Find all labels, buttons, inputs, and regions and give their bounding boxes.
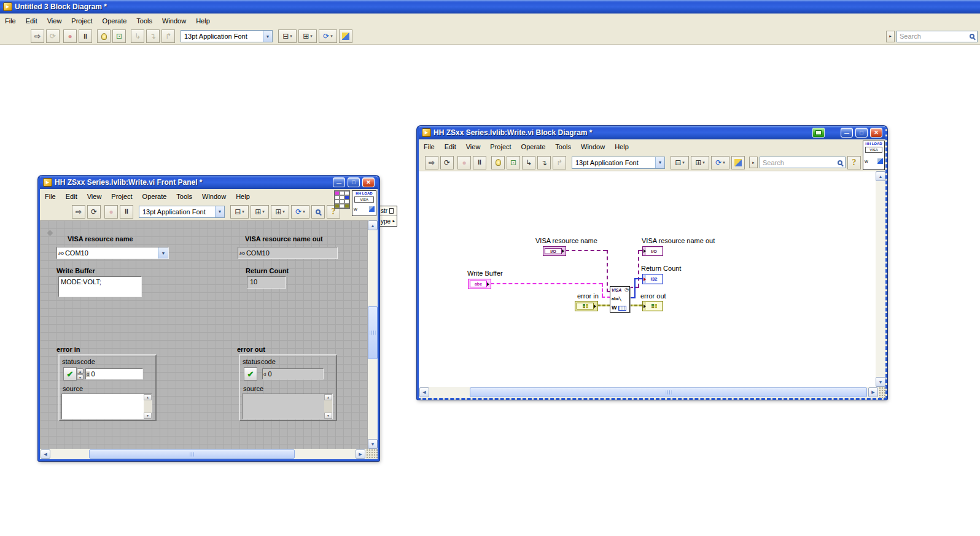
menu-project[interactable]: Project <box>106 191 137 202</box>
menu-help[interactable]: Help <box>191 15 215 26</box>
menu-window[interactable]: Window <box>197 191 231 202</box>
scroll-up-icon[interactable]: ▲ <box>324 394 332 400</box>
numeric-wire[interactable] <box>634 278 643 279</box>
minimize-button[interactable]: — <box>841 128 853 138</box>
vi-icon[interactable]: HH LOAD VISA w <box>863 141 885 170</box>
visa-out-label[interactable]: VISA resource name out <box>642 237 715 244</box>
resize-grip[interactable] <box>879 387 885 398</box>
fp-client[interactable]: VISA resource name I/o COM10 ▼ VISA reso… <box>40 220 378 449</box>
visa-in-label[interactable]: VISA resource name <box>535 237 597 244</box>
visa-out-terminal[interactable]: I/O <box>642 246 663 256</box>
bd-titlebar[interactable]: ▶ HH ZSxx Series.lvlib:Write.vi Block Di… <box>419 126 885 139</box>
resize-grip[interactable] <box>366 449 378 459</box>
menu-view[interactable]: View <box>461 141 486 152</box>
menu-file[interactable]: File <box>40 191 61 202</box>
pause-button[interactable]: II <box>120 205 133 219</box>
scroll-up-button[interactable]: ▲ <box>876 171 885 181</box>
error-wire[interactable] <box>629 305 643 306</box>
visa-write-node[interactable]: ◷ VISA abc╲ W <box>610 286 630 313</box>
vi-icon[interactable]: HH LOAD VISA w <box>352 190 376 216</box>
scroll-left-button[interactable]: ◀ <box>41 449 50 459</box>
distribute-objects-button[interactable]: ⊞▾ <box>251 205 269 219</box>
menu-project[interactable]: Project <box>66 15 97 26</box>
scroll-thumb[interactable] <box>470 387 867 397</box>
search-scope-button[interactable]: ▸ <box>886 31 895 42</box>
bd-horizontal-scrollbar[interactable]: ◀ ▶ <box>419 387 885 398</box>
menu-file[interactable]: File <box>419 141 440 152</box>
step-into-button[interactable]: ↳ <box>131 29 144 43</box>
run-continuous-button[interactable]: ⟳ <box>440 156 454 169</box>
scroll-down-icon[interactable]: ▼ <box>144 413 152 419</box>
step-out-button[interactable]: ↱ <box>553 156 566 169</box>
menu-operate[interactable]: Operate <box>98 15 132 26</box>
code-indicator[interactable]: d 0 <box>262 368 324 379</box>
visa-wire[interactable] <box>566 250 607 251</box>
error-in-cluster[interactable]: status ✔ code ▲ ▼ d 0 source ▲ ▼ <box>58 354 157 421</box>
string-wire[interactable] <box>602 283 603 297</box>
spin-down-icon[interactable]: ▼ <box>77 375 84 380</box>
radix-indicator[interactable]: d <box>86 371 90 377</box>
step-into-button[interactable]: ↳ <box>522 156 535 169</box>
font-selector[interactable]: 13pt Application Font ▼ <box>572 157 665 169</box>
step-out-button[interactable]: ↱ <box>161 29 175 43</box>
source-field[interactable]: ▲ ▼ <box>61 394 152 419</box>
menu-operate[interactable]: Operate <box>138 191 172 202</box>
menu-tools[interactable]: Tools <box>171 191 197 202</box>
scroll-left-button[interactable]: ◀ <box>419 387 429 397</box>
menu-help[interactable]: Help <box>610 141 634 152</box>
scroll-up-icon[interactable]: ▲ <box>144 394 152 400</box>
run-continuous-button[interactable]: ⟳ <box>46 29 60 43</box>
scroll-thumb[interactable] <box>368 306 378 359</box>
step-over-button[interactable]: ↴ <box>537 156 551 169</box>
write-buffer-label[interactable]: Write Buffer <box>467 270 503 277</box>
bd-client[interactable]: VISA resource name VISA resource name ou… <box>419 171 885 387</box>
abort-button[interactable]: ● <box>63 29 77 43</box>
error-wire[interactable] <box>597 305 610 306</box>
titlebar-extension-icon[interactable] <box>812 128 825 138</box>
step-over-button[interactable]: ↴ <box>146 29 160 43</box>
status-checkbox[interactable]: ✔ <box>63 367 77 381</box>
maximize-button[interactable]: □ <box>855 128 868 138</box>
scroll-thumb[interactable] <box>89 449 295 459</box>
string-wire[interactable] <box>491 283 602 284</box>
run-button[interactable]: ⇨ <box>72 205 85 219</box>
menu-project[interactable]: Project <box>485 141 516 152</box>
scroll-down-button[interactable]: ▼ <box>368 439 378 449</box>
menu-view[interactable]: View <box>42 15 67 26</box>
search-button[interactable] <box>311 205 325 219</box>
code-field[interactable]: d 0 <box>85 368 143 379</box>
highlight-execution-button[interactable] <box>97 29 111 43</box>
code-spinner[interactable]: ▲ ▼ <box>77 368 84 380</box>
pause-button[interactable]: II <box>79 29 92 43</box>
visa-out-indicator[interactable]: I/o COM10 <box>238 247 338 259</box>
menu-tools[interactable]: Tools <box>131 15 157 26</box>
menu-tools[interactable]: Tools <box>550 141 576 152</box>
main-titlebar[interactable]: ▶ Untitled 3 Block Diagram * <box>0 0 980 14</box>
align-objects-button[interactable]: ⊟▾ <box>230 205 249 219</box>
font-selector[interactable]: 13pt Application Font ▼ <box>181 30 273 42</box>
return-count-indicator[interactable]: 10 <box>247 276 286 289</box>
pause-button[interactable]: II <box>473 156 486 169</box>
menu-edit[interactable]: Edit <box>61 191 82 202</box>
fp-vertical-scrollbar[interactable]: ▲ ▼ <box>368 220 378 449</box>
distribute-objects-button[interactable]: ⊞▾ <box>691 156 709 169</box>
palette-row-str[interactable]: str <box>379 206 397 216</box>
abort-button[interactable]: ● <box>104 205 118 219</box>
write-buffer-terminal[interactable]: abc <box>468 279 491 289</box>
close-button[interactable]: ✕ <box>362 177 375 187</box>
source-scrollbar[interactable]: ▲ ▼ <box>144 394 152 419</box>
spin-up-icon[interactable]: ▲ <box>77 368 84 374</box>
menu-edit[interactable]: Edit <box>440 141 461 152</box>
numeric-wire[interactable] <box>634 279 636 298</box>
connector-pane[interactable] <box>334 190 350 209</box>
align-objects-button[interactable]: ⊟▾ <box>671 156 689 169</box>
menu-window[interactable]: Window <box>157 15 191 26</box>
close-button[interactable]: ✕ <box>870 128 882 138</box>
scroll-up-button[interactable]: ▲ <box>368 220 378 230</box>
palette-row-type[interactable]: ype ▸ <box>379 216 397 226</box>
visa-resource-combo[interactable]: I/o COM10 ▼ <box>56 247 169 259</box>
error-out-terminal[interactable] <box>642 301 663 311</box>
abort-button[interactable]: ● <box>457 156 471 169</box>
return-count-label[interactable]: Return Count <box>641 265 681 272</box>
visa-in-terminal[interactable]: I/O <box>543 246 566 256</box>
